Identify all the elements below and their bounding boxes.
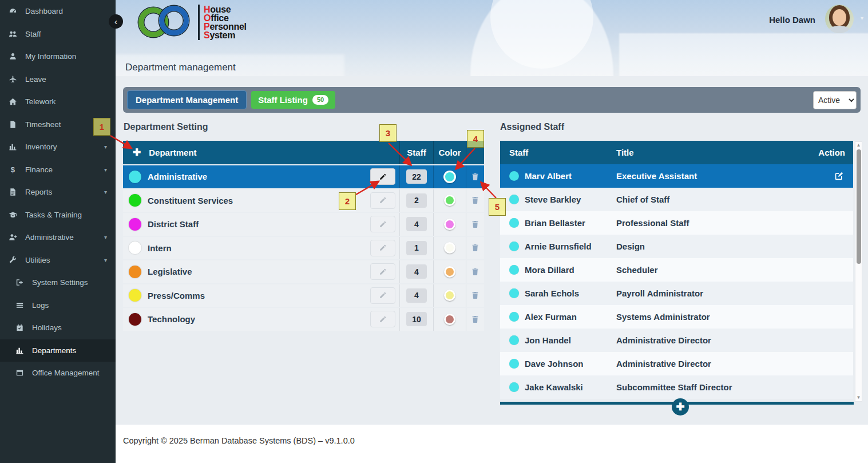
staff-title: Administrative Director <box>616 335 811 345</box>
staff-color-dot <box>509 359 519 369</box>
department-row[interactable]: Legislative 4 <box>123 260 484 283</box>
user-plus-icon <box>9 233 21 242</box>
staff-row[interactable]: Steve Barkley Chief of Staff <box>500 188 853 211</box>
sidebar-item[interactable]: Logs <box>0 294 116 317</box>
sidebar-item[interactable]: Tasks & Training <box>0 204 116 227</box>
sidebar-item[interactable]: Leave <box>0 68 116 91</box>
user-menu-caret-icon[interactable]: ▾ <box>861 15 863 21</box>
caret-down-icon: ▾ <box>104 167 107 173</box>
sidebar-item[interactable]: Telework <box>0 90 116 113</box>
sidebar-item-label: Telework <box>25 97 56 106</box>
staff-row[interactable]: Brian Bellaster Professional Staff <box>500 211 853 235</box>
sidebar-item[interactable]: System Settings <box>0 271 116 294</box>
sidebar-item[interactable]: Dashboard <box>0 0 116 23</box>
staff-row[interactable]: Jake Kawalski Subcommittee Staff Directo… <box>500 375 853 399</box>
department-name: District Staff <box>148 219 199 229</box>
staff-title: Systems Administrator <box>616 312 811 322</box>
scroll-down-icon[interactable]: ▼ <box>857 395 861 400</box>
edit-department-button[interactable] <box>370 311 395 327</box>
staff-title: Scheduler <box>616 265 811 275</box>
staff-row[interactable]: Mora Dillard Scheduler <box>500 258 853 282</box>
sidebar-item-label: Logs <box>32 301 49 310</box>
department-name: Administrative <box>148 172 207 181</box>
staff-color-dot <box>509 312 519 322</box>
staff-row[interactable]: Sarah Echols Payroll Administrator <box>500 282 853 305</box>
scrollbar-thumb[interactable] <box>857 149 861 264</box>
edit-department-button[interactable] <box>370 192 395 209</box>
department-color-dot <box>129 194 141 207</box>
edit-department-button[interactable] <box>370 168 395 185</box>
staff-row[interactable]: Arnie Burnsfield Design <box>500 235 853 258</box>
add-department-icon[interactable]: ✚ <box>133 147 141 159</box>
edit-staff-button[interactable] <box>834 171 844 181</box>
top-header: House Office Personnel System Hello Dawn… <box>116 0 868 76</box>
sidebar-item-label: Tasks & Training <box>25 211 82 219</box>
sidebar-item-label: Reports <box>25 188 52 196</box>
staff-row[interactable]: Marv Albert Executive Assistant <box>500 164 853 188</box>
department-row[interactable]: Administrative 22 <box>123 165 484 188</box>
department-row[interactable]: Technology 10 <box>123 308 484 331</box>
sidebar-item[interactable]: Departments <box>0 339 116 362</box>
department-name: Press/Comms <box>148 291 205 300</box>
sidebar-item[interactable]: Staff <box>0 23 116 46</box>
add-staff-button[interactable]: ✚ <box>672 398 689 415</box>
sidebar-item[interactable]: Holidays <box>0 316 116 339</box>
staff-icon <box>9 30 21 38</box>
staff-row[interactable]: Jon Handel Administrative Director <box>500 329 853 352</box>
status-filter-select[interactable]: Active <box>813 91 857 109</box>
department-color-dot <box>129 313 141 326</box>
dollar-icon: $ <box>9 165 21 174</box>
assigned-staff-table: Staff Title Action Marv Albert Executive… <box>500 141 853 399</box>
department-color-swatch[interactable] <box>444 314 455 325</box>
delete-department-button[interactable] <box>471 220 479 229</box>
sidebar-item[interactable]: $ Finance ▾ <box>0 159 116 181</box>
edit-department-button[interactable] <box>370 216 395 232</box>
sidebar-item[interactable]: Reports ▾ <box>0 181 116 204</box>
user-avatar[interactable] <box>825 5 854 33</box>
department-color-swatch[interactable] <box>443 171 456 183</box>
sidebar-collapse-button[interactable]: ‹ <box>109 14 123 29</box>
delete-department-button[interactable] <box>471 172 479 181</box>
department-row[interactable]: Press/Comms 4 <box>123 284 484 307</box>
file-text-icon <box>9 188 21 196</box>
staff-column-header: Staff <box>399 141 433 164</box>
edit-department-button[interactable] <box>370 240 395 256</box>
scroll-up-icon[interactable]: ▲ <box>857 143 861 148</box>
department-row[interactable]: Intern 1 <box>123 237 484 260</box>
department-color-swatch[interactable] <box>444 195 455 206</box>
department-color-swatch[interactable] <box>444 219 455 230</box>
department-row[interactable]: District Staff 4 <box>123 213 484 236</box>
sidebar-item[interactable]: Administrative ▾ <box>0 226 116 249</box>
department-row[interactable]: Constituent Services 2 <box>123 189 484 212</box>
staff-count-badge: 10 <box>406 312 427 326</box>
staff-row[interactable]: Alex Furman Systems Administrator <box>500 305 853 329</box>
sidebar-item[interactable]: My Information <box>0 45 116 68</box>
delete-department-button[interactable] <box>471 315 479 324</box>
sidebar-item[interactable]: Inventory ▾ <box>0 136 116 159</box>
tab-department-management[interactable]: Department Management <box>127 90 247 109</box>
staff-row[interactable]: Dave Johnson Administrative Director <box>500 352 853 375</box>
calendar-icon <box>15 323 27 332</box>
delete-department-button[interactable] <box>471 291 479 300</box>
trash-icon <box>471 267 479 276</box>
delete-department-button[interactable] <box>471 267 479 276</box>
delete-department-button[interactable] <box>471 196 479 205</box>
sidebar-item[interactable]: Office Management <box>0 362 116 385</box>
department-color-swatch[interactable] <box>444 266 455 278</box>
sidebar-item[interactable]: Utilities ▾ <box>0 249 116 272</box>
department-color-swatch[interactable] <box>444 290 455 301</box>
department-name: Constituent Services <box>148 196 233 205</box>
staff-count-badge: 4 <box>406 288 427 303</box>
staff-name: Jake Kawalski <box>525 382 583 392</box>
tab-staff-listing[interactable]: Staff Listing 50 <box>251 91 335 109</box>
department-color-swatch[interactable] <box>444 242 455 254</box>
delete-department-button[interactable] <box>471 243 479 252</box>
logo-wordmark: House Office Personnel System <box>204 5 247 39</box>
staff-title: Payroll Administrator <box>616 288 811 298</box>
staff-count-pill: 50 <box>312 95 328 105</box>
department-column-header: Department <box>149 148 196 157</box>
staff-table-scrollbar[interactable]: ▲ ▼ <box>855 141 862 402</box>
edit-department-button[interactable] <box>370 287 395 304</box>
staff-name: Marv Albert <box>525 171 572 181</box>
edit-department-button[interactable] <box>370 263 395 280</box>
